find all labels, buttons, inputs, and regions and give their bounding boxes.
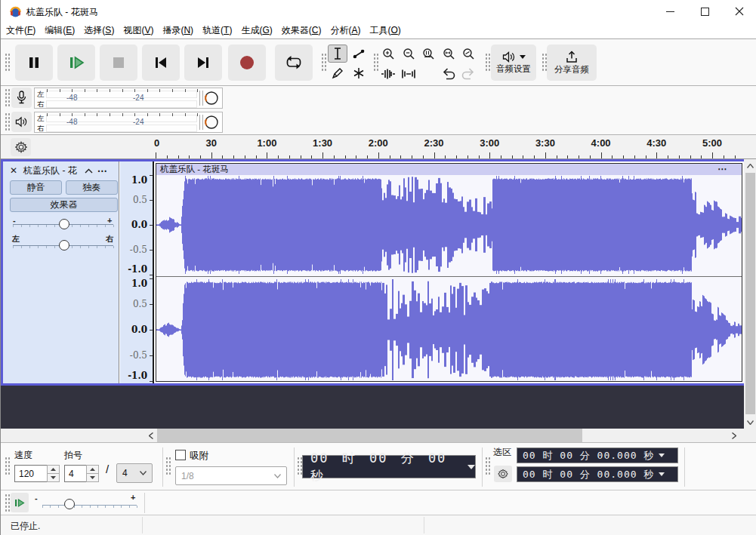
meter-gain-knob[interactable] [204,115,219,130]
selection-tool-button[interactable] [328,45,347,63]
spin-down-icon[interactable] [87,474,98,481]
speed-input[interactable]: 120 [14,465,48,482]
scroll-left-arrow[interactable] [144,429,157,442]
vertical-ruler[interactable]: 1.00.50.0-0.5-1.01.00.50.0-0.5-1.0 [120,161,154,383]
time-display-grip[interactable] [297,457,302,476]
edit-toolbar-grip[interactable] [373,53,378,72]
scroll-up-arrow[interactable] [744,159,756,172]
scroll-right-arrow[interactable] [727,429,740,442]
timesig-spinner[interactable] [86,465,99,482]
snap-dropdown[interactable]: 1/8 [175,466,287,485]
waveform[interactable] [156,175,742,381]
menu-item[interactable]: 工具(O) [365,23,405,38]
selection-options-button[interactable] [494,466,512,482]
time-format-dropdown-icon[interactable] [467,465,475,469]
playback-meter-bar[interactable]: 左右-48-24 [34,112,223,133]
track-menu-icon[interactable]: ⋯ [97,165,108,177]
clip-title-strip[interactable]: 杭盖乐队 - 花斑马 ⋯ [156,164,742,175]
stop-button[interactable] [100,45,137,81]
menu-item[interactable]: 效果器(C) [277,23,326,38]
gain-slider-thumb[interactable] [59,219,69,229]
record-meter-mic-button[interactable] [11,88,32,108]
play-at-speed-grip[interactable] [5,493,10,513]
close-button[interactable] [722,0,756,23]
chevron-up-icon[interactable] [85,168,93,174]
menu-item[interactable]: 播录(N) [158,23,198,38]
horizontal-scroll-thumb[interactable] [157,429,582,442]
zoom-toggle-button[interactable] [458,45,478,63]
zoom-in-button[interactable] [378,45,398,63]
selection-start-field[interactable]: 00 时 00 分 00.000 秒 [517,447,678,463]
tools-toolbar-grip[interactable] [321,53,326,72]
undo-button[interactable] [439,65,458,83]
record-meter-bar[interactable]: 左右-48-24 [34,88,223,109]
maximize-button[interactable] [687,0,722,23]
redo-button[interactable] [458,65,478,83]
share-audio-button[interactable]: 分享音频 [547,45,597,81]
track-content[interactable]: 杭盖乐队 - 花斑马 ⋯ [154,161,744,383]
horizontal-scrollbar[interactable] [1,429,756,442]
timesig-lower-dropdown[interactable]: 4 [116,463,153,483]
multi-tool-button[interactable] [349,64,369,82]
spin-up-icon[interactable] [87,466,98,474]
speed-slider-thumb[interactable] [64,499,75,509]
track-close-icon[interactable]: ✕ [10,165,17,176]
skip-to-end-button[interactable] [184,45,222,81]
spin-down-icon[interactable] [48,474,59,481]
vertical-scroll-thumb[interactable] [745,173,755,414]
selection-format-dropdown-icon[interactable] [659,454,665,457]
timeline-options-button[interactable] [11,138,31,156]
menu-item[interactable]: 分析(A) [326,23,365,38]
time-ruler[interactable]: 0301:001:302:002:303:003:304:004:305:00 [122,135,744,158]
silence-selection-button[interactable] [399,65,418,83]
share-toolbar-grip[interactable] [542,53,547,72]
vertical-scrollbar[interactable] [744,159,756,429]
menu-item[interactable]: 编辑(E) [40,23,79,38]
clip-menu-icon[interactable]: ⋯ [717,164,728,174]
loop-button[interactable] [275,45,313,81]
time-toolbar-grip[interactable] [5,457,10,476]
meter-gain-knob[interactable] [204,91,219,106]
minimize-button[interactable] [653,0,687,23]
draw-tool-button[interactable] [328,64,347,82]
menu-item[interactable]: 视图(V) [119,23,158,38]
spin-up-icon[interactable] [48,466,59,474]
selection-format-dropdown-icon[interactable] [659,472,665,476]
transport-toolbar-grip[interactable] [5,53,10,72]
solo-button[interactable]: 独奏 [66,180,118,195]
fit-project-button[interactable] [439,45,458,63]
menu-item[interactable]: 轨道(T) [198,23,236,38]
menu-item[interactable]: 文件(F) [2,23,40,38]
envelope-tool-button[interactable] [349,45,369,63]
record-meter-grip[interactable] [5,88,10,108]
effects-button[interactable]: 效果器 [10,198,118,212]
audio-setup-toolbar-grip[interactable] [485,53,490,72]
track-control-panel[interactable]: ✕ 杭盖乐队 - 花 ⋯ 静音 独奏 效果器 - + 左 右 [1,161,119,383]
play-button[interactable] [57,45,95,81]
selection-toolbar-grip[interactable] [485,457,490,476]
skip-to-start-button[interactable] [142,45,180,81]
speed-slider-track[interactable] [42,505,137,506]
track-title[interactable]: 杭盖乐队 - 花 [23,164,77,177]
play-at-speed-button[interactable] [11,493,29,512]
audio-setup-button[interactable]: 音频设置 [491,45,536,81]
zoom-out-button[interactable] [399,45,418,63]
selection-end-field[interactable]: 00 时 00 分 00.000 秒 [517,466,678,482]
pan-slider-thumb[interactable] [59,240,69,251]
snap-toolbar-grip[interactable] [165,457,171,476]
speed-spinner[interactable] [47,465,60,482]
trim-outside-selection-button[interactable] [378,65,398,83]
timesig-upper-input[interactable]: 4 [64,465,87,482]
mute-button[interactable]: 静音 [10,180,62,195]
audio-clip[interactable]: 杭盖乐队 - 花斑马 ⋯ [156,163,742,382]
snap-checkbox[interactable] [175,450,186,460]
record-button[interactable] [228,45,266,81]
time-display[interactable]: 00 时 00 分 00 秒 [302,455,476,478]
fit-selection-button[interactable] [418,45,438,63]
timeline-ruler[interactable]: 0301:001:302:002:303:003:304:004:305:00 [1,135,756,159]
playback-meter-speaker-button[interactable] [11,112,32,132]
playback-meter-grip[interactable] [5,112,10,132]
scroll-down-arrow[interactable] [744,416,756,429]
menu-item[interactable]: 选择(S) [79,23,119,38]
menu-item[interactable]: 生成(G) [236,23,276,38]
